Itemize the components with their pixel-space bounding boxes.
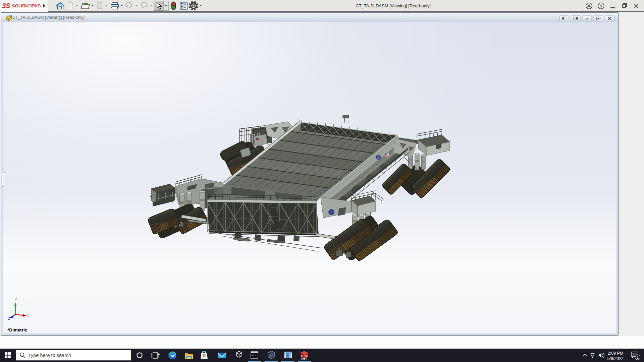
svg-text:*Dimetric: *Dimetric — [7, 327, 28, 333]
svg-text:SOLID: SOLID — [12, 3, 25, 8]
svg-text:Z: Z — [8, 317, 10, 320]
svg-text:S: S — [301, 354, 303, 358]
svg-text:1: 1 — [637, 356, 639, 359]
svg-text:?: ? — [600, 4, 602, 9]
svg-text:X: X — [27, 314, 29, 318]
svg-text:C:\_: C:\_ — [252, 354, 258, 356]
svg-text:5/9/2022: 5/9/2022 — [607, 356, 624, 361]
svg-text:2021: 2021 — [301, 358, 307, 361]
svg-text:Type here to search: Type here to search — [28, 353, 71, 358]
svg-text:Y: Y — [15, 298, 17, 302]
svg-text:3S: 3S — [2, 2, 10, 9]
svg-text:WORKS: WORKS — [24, 3, 41, 8]
svg-text:2:09 PM: 2:09 PM — [608, 351, 624, 356]
